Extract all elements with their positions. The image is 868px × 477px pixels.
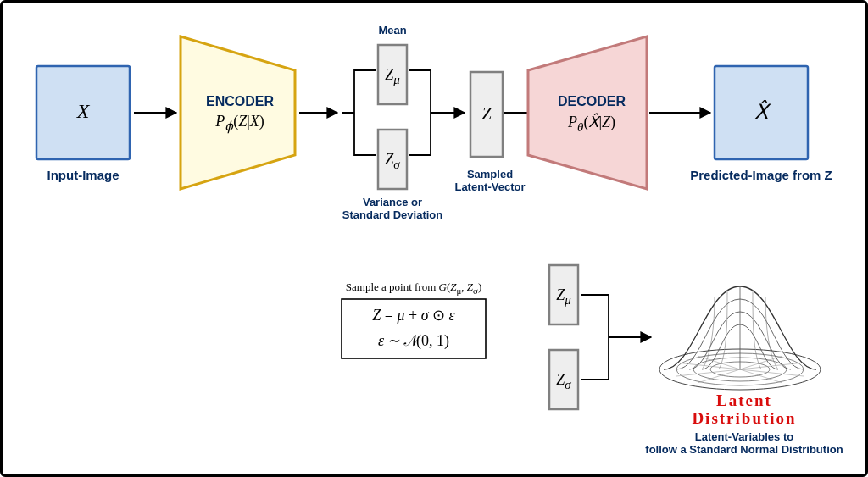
decoder-title: DECODER	[537, 94, 647, 109]
equation-1: Z = μ + σ ⊙ ε	[342, 306, 486, 324]
output-caption: Predicted-Image from Z	[681, 168, 842, 182]
latent-dist-caption: Latent-Variables to follow a Standard No…	[630, 430, 859, 456]
latent-dist-title: Latent Distribution	[664, 392, 825, 428]
input-caption: Input-Image	[19, 168, 147, 182]
encoder-formula: Pϕ(Z|X)	[185, 113, 295, 134]
gaussian-surface-icon	[659, 286, 821, 390]
z-sigma-bottom-symbol: Zσ	[549, 371, 578, 392]
z-sigma-symbol: Zσ	[378, 151, 407, 172]
variance-caption: Variance or Standard Deviation	[337, 196, 448, 221]
z-mu-bottom-symbol: Zμ	[549, 286, 578, 308]
equation-2: ε ∼ 𝒩(0, 1)	[342, 331, 486, 350]
encoder-title: ENCODER	[185, 94, 295, 109]
decoder-formula: Pθ(X̂|Z)	[537, 113, 647, 135]
mean-caption: Mean	[359, 24, 426, 36]
z-symbol: Z	[470, 104, 503, 124]
input-symbol: X	[36, 100, 130, 123]
output-symbol: X̂	[715, 100, 808, 124]
z-mu-symbol: Zμ	[378, 66, 407, 87]
z-caption: Sampled Latent-Vector	[443, 168, 537, 193]
sample-text: Sample a point from G(Zμ, Zσ)	[325, 280, 503, 296]
